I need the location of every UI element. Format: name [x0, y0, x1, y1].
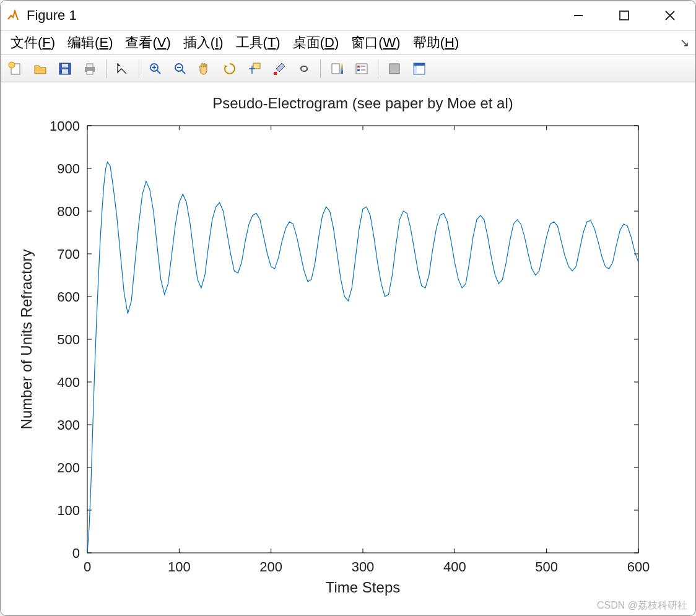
watermark: CSDN @荔枝科研社	[597, 599, 687, 612]
y-tick-label: 700	[57, 246, 80, 262]
svg-rect-28	[357, 69, 360, 71]
svg-rect-8	[62, 64, 68, 67]
svg-point-0	[14, 11, 16, 12]
insert-colorbar-button[interactable]	[326, 58, 348, 79]
open-button[interactable]	[29, 58, 51, 79]
toolbar	[1, 55, 695, 82]
new-figure-button[interactable]	[4, 58, 27, 79]
x-tick-label: 400	[443, 559, 466, 575]
menu-edit[interactable]: 编辑(E)	[61, 31, 119, 54]
show-plot-tools-button[interactable]	[408, 58, 430, 79]
svg-point-6	[9, 62, 15, 68]
svg-line-14	[157, 70, 160, 74]
print-button[interactable]	[79, 58, 101, 79]
svg-rect-11	[87, 64, 93, 67]
menu-file[interactable]: 文件(F)	[4, 31, 61, 54]
titlebar: Figure 1	[1, 1, 695, 30]
svg-rect-20	[253, 63, 260, 69]
x-axis-label: Time Steps	[326, 579, 400, 596]
x-tick-label: 200	[259, 559, 282, 575]
hide-plot-tools-button[interactable]	[383, 58, 406, 79]
axes-box	[87, 126, 638, 553]
minimize-button[interactable]	[564, 3, 593, 28]
x-tick-label: 0	[84, 559, 91, 575]
axes[interactable]: Pseudo-Electrogram (see paper by Moe et …	[1, 82, 695, 614]
svg-rect-25	[341, 64, 343, 74]
x-tick-label: 300	[352, 559, 375, 575]
menu-window[interactable]: 窗口(W)	[345, 31, 406, 54]
insert-legend-button[interactable]	[350, 58, 373, 79]
dock-arrow-icon[interactable]: ↘	[680, 36, 689, 50]
menubar: 文件(F) 编辑(E) 查看(V) 插入(I) 工具(T) 桌面(D) 窗口(W…	[1, 30, 695, 55]
y-tick-label: 500	[57, 332, 80, 347]
svg-rect-31	[389, 64, 399, 74]
plot-area[interactable]: Pseudo-Electrogram (see paper by Moe et …	[1, 82, 695, 615]
svg-rect-12	[87, 71, 93, 74]
menu-help[interactable]: 帮助(H)	[407, 31, 466, 54]
figure-window: Figure 1 文件(F) 编辑(E) 查看(V) 插入(I) 工具(T) 桌…	[0, 0, 696, 616]
y-tick-label: 0	[72, 545, 80, 561]
zoom-out-button[interactable]	[169, 58, 191, 79]
y-tick-label: 200	[57, 460, 80, 475]
data-cursor-button[interactable]	[243, 58, 266, 79]
svg-rect-2	[620, 11, 629, 20]
x-tick-label: 500	[535, 559, 558, 575]
menu-desktop[interactable]: 桌面(D)	[287, 31, 346, 54]
toolbar-separator	[320, 59, 321, 78]
svg-rect-33	[414, 63, 425, 66]
close-button[interactable]	[656, 3, 684, 28]
toolbar-separator	[139, 59, 139, 78]
svg-rect-34	[414, 66, 417, 74]
data-line	[87, 162, 638, 553]
rotate3d-button[interactable]	[219, 58, 241, 79]
link-plot-button[interactable]	[293, 58, 315, 79]
toolbar-separator	[106, 59, 107, 78]
y-tick-label: 600	[57, 289, 80, 305]
matlab-icon	[6, 8, 20, 23]
y-tick-label: 800	[57, 204, 80, 219]
y-tick-label: 900	[57, 161, 80, 176]
maximize-button[interactable]	[610, 3, 638, 28]
toolbar-separator	[378, 59, 378, 78]
svg-line-18	[181, 70, 185, 74]
x-tick-label: 100	[168, 559, 191, 575]
y-axis-label: Number of Units Refractory	[18, 249, 35, 430]
svg-rect-27	[357, 66, 360, 67]
chart-title: Pseudo-Electrogram (see paper by Moe et …	[212, 95, 513, 111]
svg-rect-26	[356, 64, 367, 74]
edit-plot-button[interactable]	[111, 58, 134, 79]
window-title: Figure 1	[27, 7, 564, 24]
svg-rect-23	[274, 72, 277, 75]
svg-rect-24	[332, 64, 339, 74]
window-controls	[564, 3, 684, 28]
save-button[interactable]	[54, 58, 76, 79]
x-tick-label: 600	[627, 559, 650, 575]
menu-tools[interactable]: 工具(T)	[230, 31, 287, 54]
svg-rect-9	[62, 69, 68, 74]
zoom-in-button[interactable]	[144, 58, 167, 79]
brush-button[interactable]	[268, 58, 290, 79]
y-tick-label: 1000	[50, 118, 80, 134]
y-tick-label: 300	[57, 417, 80, 433]
pan-button[interactable]	[194, 58, 216, 79]
y-tick-label: 400	[57, 375, 80, 390]
menu-insert[interactable]: 插入(I)	[177, 31, 230, 54]
menu-view[interactable]: 查看(V)	[119, 31, 176, 54]
y-tick-label: 100	[57, 503, 80, 518]
